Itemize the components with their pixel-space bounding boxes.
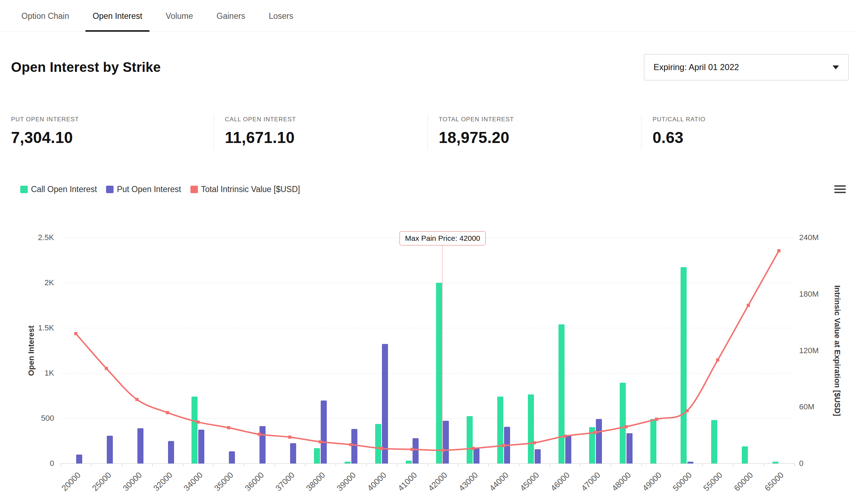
tab-volume[interactable]: Volume: [159, 0, 200, 32]
put-oi-swatch-icon: [106, 186, 114, 193]
call-oi-bar[interactable]: [314, 448, 320, 463]
put-oi-bar[interactable]: [198, 430, 204, 464]
call-oi-bar[interactable]: [772, 462, 778, 463]
chart-legend: Call Open Interest Put Open Interest Tot…: [20, 185, 309, 194]
intrinsic-value-line: [76, 251, 779, 450]
call-oi-bar[interactable]: [345, 462, 351, 463]
stat-value: 7,304.10: [11, 129, 214, 147]
x-axis-label: 60000: [732, 470, 755, 493]
x-axis-label: 40000: [365, 470, 388, 493]
put-oi-bar[interactable]: [535, 449, 541, 463]
left-axis-tick-label: 0: [50, 459, 54, 468]
x-axis-labels: 2000025000300003200034000350003600037000…: [61, 464, 794, 504]
call-oi-bar[interactable]: [711, 420, 717, 463]
call-oi-bar[interactable]: [192, 397, 198, 463]
max-pain-line: [442, 238, 443, 463]
call-oi-bar[interactable]: [467, 416, 473, 463]
legend-item-put-oi[interactable]: Put Open Interest: [106, 185, 181, 194]
x-axis-label: 45000: [518, 470, 541, 493]
left-axis-tick-label: 2.5K: [38, 233, 54, 242]
stat-call-open-interest: CALL OPEN INTEREST 11,671.10: [214, 115, 428, 150]
stat-label: CALL OPEN INTEREST: [225, 116, 428, 123]
call-oi-bar[interactable]: [497, 397, 503, 463]
right-axis-tick-label: 120M: [799, 346, 819, 355]
call-oi-bar[interactable]: [589, 427, 595, 463]
right-axis-title: Intrinsic Value at Expiration [$USD]: [833, 285, 842, 416]
call-oi-bar[interactable]: [650, 419, 656, 463]
tab-losers[interactable]: Losers: [262, 0, 300, 32]
line-marker: [105, 367, 108, 370]
legend-item-intrinsic-value[interactable]: Total Intrinsic Value [$USD]: [190, 185, 300, 194]
stat-put-call-ratio: PUT/CALL RATIO 0.63: [641, 115, 855, 150]
right-axis-tick-label: 0: [799, 459, 803, 468]
line-marker: [747, 304, 750, 307]
call-oi-bar[interactable]: [406, 461, 412, 463]
x-axis-label: 43000: [457, 470, 480, 493]
legend-label: Put Open Interest: [117, 185, 181, 194]
stat-put-open-interest: PUT OPEN INTEREST 7,304.10: [0, 115, 214, 150]
tab-gainers[interactable]: Gainers: [209, 0, 252, 32]
stat-value: 11,671.10: [225, 129, 428, 147]
put-oi-bar[interactable]: [229, 451, 235, 463]
max-pain-annotation: Max Pain Price: 42000: [400, 231, 486, 245]
x-axis-label: 35000: [213, 470, 235, 493]
tab-bar: Option Chain Open Interest Volume Gainer…: [0, 0, 855, 32]
line-marker: [288, 435, 292, 439]
x-axis-label: 46000: [549, 470, 572, 493]
put-oi-bar[interactable]: [687, 462, 693, 463]
call-oi-swatch-icon: [20, 186, 28, 193]
legend-row: Call Open Interest Put Open Interest Tot…: [0, 183, 855, 196]
put-oi-bar[interactable]: [137, 428, 143, 463]
chevron-down-icon: [833, 65, 839, 69]
x-axis-label: 41000: [396, 470, 419, 493]
put-oi-bar[interactable]: [596, 419, 602, 463]
call-oi-bar[interactable]: [681, 267, 687, 463]
call-oi-bar[interactable]: [528, 394, 534, 463]
put-oi-bar[interactable]: [382, 344, 388, 463]
legend-item-call-oi[interactable]: Call Open Interest: [20, 185, 97, 194]
line-marker: [716, 359, 719, 362]
expiry-dropdown[interactable]: Expiring: April 01 2022: [644, 54, 849, 80]
put-oi-bar[interactable]: [504, 427, 510, 463]
line-marker: [166, 411, 169, 414]
call-oi-bar[interactable]: [375, 424, 381, 463]
left-axis-tick-label: 500: [41, 414, 54, 423]
call-oi-bar[interactable]: [558, 324, 565, 463]
put-oi-bar[interactable]: [413, 438, 419, 463]
put-oi-bar[interactable]: [321, 400, 327, 463]
x-axis-label: 39000: [335, 470, 358, 493]
left-axis-tick-label: 1.5K: [38, 323, 54, 333]
x-axis-label: 36000: [243, 470, 266, 493]
put-oi-bar[interactable]: [259, 426, 266, 463]
put-oi-bar[interactable]: [351, 429, 357, 463]
put-oi-bar[interactable]: [565, 435, 571, 463]
page-title: Open Interest by Strike: [11, 60, 161, 75]
line-marker: [135, 398, 138, 401]
call-oi-bar[interactable]: [436, 283, 442, 463]
call-oi-bar[interactable]: [742, 446, 748, 463]
chart-menu-icon[interactable]: [834, 183, 846, 196]
x-axis-label: 30000: [121, 470, 143, 493]
plot-area[interactable]: Max Pain Price: 42000: [61, 238, 794, 464]
tab-option-chain[interactable]: Option Chain: [14, 0, 76, 32]
x-axis-label: 37000: [274, 470, 297, 493]
put-oi-bar[interactable]: [290, 443, 296, 463]
right-axis-tick-label: 60M: [799, 402, 814, 412]
stats-row: PUT OPEN INTEREST 7,304.10 CALL OPEN INT…: [0, 115, 855, 150]
put-oi-bar[interactable]: [473, 448, 479, 463]
x-axis-label: 32000: [151, 470, 174, 493]
x-axis-label: 42000: [426, 470, 449, 493]
put-oi-bar[interactable]: [76, 455, 82, 463]
put-oi-bar[interactable]: [107, 436, 113, 464]
put-oi-bar[interactable]: [626, 433, 633, 463]
stat-label: TOTAL OPEN INTEREST: [439, 116, 641, 123]
tab-open-interest[interactable]: Open Interest: [85, 0, 149, 32]
put-oi-bar[interactable]: [443, 421, 449, 463]
put-oi-bar[interactable]: [168, 441, 174, 463]
x-axis-label: 25000: [90, 470, 113, 493]
x-axis-label: 47000: [579, 470, 602, 493]
x-axis-label: 55000: [702, 470, 724, 493]
call-oi-bar[interactable]: [620, 383, 626, 463]
x-axis-label: 44000: [488, 470, 510, 493]
stat-label: PUT OPEN INTEREST: [11, 116, 214, 123]
